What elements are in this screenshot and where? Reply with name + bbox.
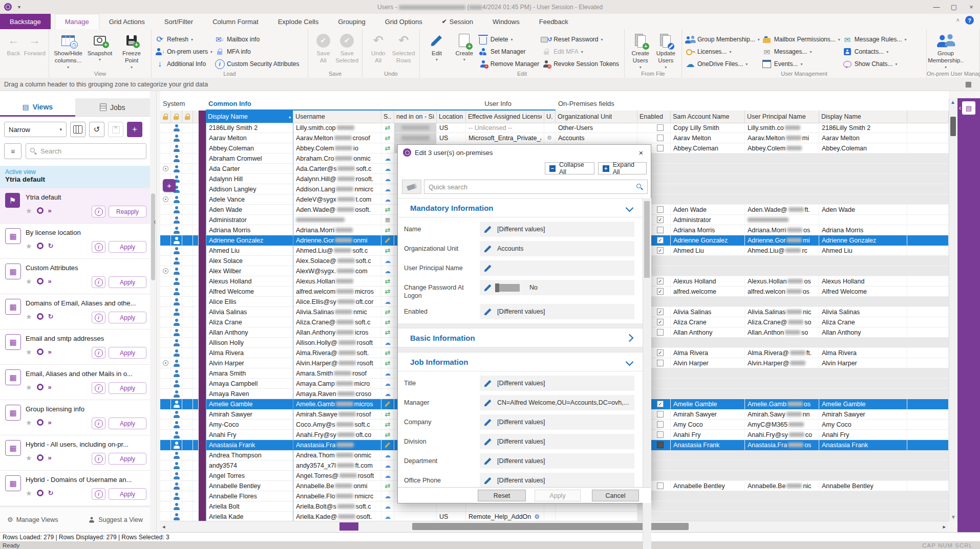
scroll-down-icon[interactable]: ▼ — [951, 514, 956, 520]
view-apply-button[interactable]: Apply — [109, 241, 146, 253]
table-row[interactable]: 2186Lilly Smith 2Lilly.smith.cop⇄US-- Un… — [160, 123, 949, 133]
ribbon-button-edit[interactable]: Edit▾ — [423, 31, 451, 62]
view-info-button[interactable]: i — [92, 382, 105, 394]
column-header-sig[interactable]: ned in on - Sig... — [394, 111, 437, 123]
cancel-button[interactable]: Cancel — [592, 490, 639, 501]
tab-feedback[interactable]: Feedback — [529, 14, 578, 29]
view-card-6[interactable]: ▦Group licensing info★»iApply — [0, 400, 150, 435]
field-value[interactable] — [480, 260, 634, 276]
ribbon-button-selected[interactable]: ↶SelectedRows — [391, 31, 417, 64]
grouping-zone[interactable]: Drag a column header to this grouping zo… — [0, 78, 980, 91]
suggest-view-link[interactable]: Suggest a View — [88, 516, 143, 523]
enabled-checkbox[interactable]: ✓ — [657, 278, 664, 284]
column-header-sam[interactable]: Sam Account Name — [671, 111, 745, 123]
add-view-button[interactable]: + — [127, 122, 142, 137]
view-apply-button[interactable]: Apply — [109, 347, 146, 359]
tab-session[interactable]: ✔Session — [432, 14, 483, 29]
column-header-un[interactable]: Username — [293, 111, 381, 123]
column-header-sync[interactable]: S... — [381, 111, 394, 123]
ribbon-button-save[interactable]: ✔SaveSelected — [335, 31, 359, 64]
view-card-3[interactable]: ▦Domains of Email, Aliases and othe...★↻… — [0, 294, 150, 330]
edit-views-button[interactable] — [70, 122, 86, 137]
sidebar-scrollbar[interactable] — [150, 91, 157, 532]
vertical-scrollbar[interactable]: ▲ ▼ — [949, 98, 957, 521]
ribbon-button-back[interactable]: ←Back — [3, 31, 24, 57]
enabled-checkbox[interactable] — [657, 411, 664, 418]
close-button[interactable]: × — [963, 0, 980, 14]
view-info-button[interactable]: i — [92, 312, 105, 323]
filter-button[interactable]: ≡ — [4, 143, 22, 159]
minimize-button[interactable]: — — [928, 0, 945, 14]
view-apply-button[interactable]: Apply — [109, 312, 146, 323]
ribbon-item-remove-manager[interactable]: ×Remove Manager — [478, 58, 539, 70]
enabled-checkbox[interactable] — [657, 482, 664, 489]
view-info-button[interactable]: i — [92, 276, 105, 288]
enabled-checkbox[interactable] — [657, 431, 664, 438]
enabled-checkbox[interactable]: ✓ — [657, 216, 664, 223]
enabled-checkbox[interactable] — [657, 135, 664, 141]
view-apply-button[interactable]: Apply — [109, 382, 146, 394]
ribbon-button-create[interactable]: +CreateUsers▾ — [628, 31, 653, 70]
ribbon-button-update[interactable]: UpdateUsers▾ — [653, 31, 679, 70]
view-info-button[interactable]: i — [92, 206, 105, 217]
enabled-checkbox[interactable] — [657, 329, 664, 336]
view-card-4[interactable]: ▦Email and smtp addresses★»iApply — [0, 330, 150, 365]
view-apply-button[interactable]: Apply — [109, 488, 146, 500]
ribbon-item-reset-password[interactable]: ↺Reset Password▾ — [541, 33, 619, 46]
section-header[interactable]: Basic Information — [398, 328, 643, 347]
enabled-checkbox[interactable] — [657, 360, 664, 366]
ribbon-item-mailbox-info[interactable]: ✉↓Mailbox info — [215, 33, 299, 46]
sidebar-collapse-icon[interactable]: ‹ — [154, 217, 156, 226]
ribbon-item-group-membership-[interactable]: Group Membership...▾ — [685, 33, 760, 46]
ribbon-item-events-[interactable]: Events...▾ — [762, 58, 840, 70]
view-reapply-button[interactable]: Reapply — [109, 206, 146, 217]
enabled-checkbox[interactable] — [657, 421, 664, 428]
ribbon-item-refresh[interactable]: ⟳Refresh▾ — [155, 33, 212, 46]
ribbon-item-licenses-[interactable]: Licenses...▾ — [685, 46, 760, 58]
grid-settings-icon[interactable]: ▦ — [965, 80, 972, 88]
field-value[interactable]: [Different values] — [480, 434, 634, 449]
view-card-1[interactable]: ▦By license location★↻iApply — [0, 224, 150, 259]
ribbon-item-contacts-[interactable]: Contacts...▾ — [842, 46, 907, 58]
search-input[interactable]: Search — [26, 143, 146, 159]
enabled-checkbox[interactable]: ✓ — [657, 309, 664, 315]
manage-views-link[interactable]: ⚙Manage Views — [7, 516, 58, 523]
column-header-upn[interactable]: User Principal Name — [745, 111, 819, 123]
tab-views[interactable]: ▤Views — [0, 98, 75, 117]
view-card-7[interactable]: ▦Hybrid - All users, including on-pr...★… — [0, 435, 150, 471]
right-side-panel[interactable]: ‹▤ — [957, 98, 980, 532]
ribbon-item-delete[interactable]: Delete▾ — [478, 33, 539, 46]
column-header-s4[interactable] — [193, 111, 199, 123]
column-header-ou[interactable]: Organizational Unit — [556, 111, 637, 123]
save-view-button[interactable] — [108, 122, 123, 137]
field-value[interactable]: [Different values] — [480, 304, 634, 319]
ribbon-button-snapshot[interactable]: +Snapshot▾ — [84, 31, 116, 62]
enabled-checkbox[interactable]: ✓ — [657, 401, 664, 407]
help-icon[interactable]: ? — [965, 16, 974, 25]
collapse-all-button[interactable]: −Collapse All — [545, 162, 594, 174]
tab-backstage[interactable]: Backstage — [0, 14, 51, 29]
view-card-5[interactable]: ▦Email, Aliases and other Mails in o...★… — [0, 365, 150, 400]
panel-expand-icon[interactable]: ‹ — [959, 104, 961, 112]
collapse-ribbon-icon[interactable]: ˄ — [956, 17, 960, 23]
ribbon-item-messages-[interactable]: ✉Messages...▾ — [762, 46, 840, 58]
view-info-button[interactable]: i — [92, 488, 105, 500]
view-info-button[interactable]: i — [92, 453, 105, 465]
density-dropdown[interactable]: Narrow▾ — [4, 122, 67, 137]
ribbon-item-show-chats-[interactable]: Show Chats...▾ — [842, 58, 907, 70]
field-value[interactable]: [Different values] — [480, 376, 634, 391]
table-row[interactable]: Aarav MeltonAarav.Meltoncrosof⇄USMicroso… — [160, 133, 949, 143]
tab-grid-options[interactable]: Grid Options — [375, 14, 432, 29]
scroll-up-icon[interactable]: ▲ — [950, 99, 955, 105]
view-apply-button[interactable]: Apply — [109, 418, 146, 429]
enabled-checkbox[interactable] — [657, 227, 664, 233]
enabled-checkbox[interactable] — [657, 442, 664, 448]
ribbon-button-freeze[interactable]: +FreezePoint▾ — [116, 31, 147, 70]
column-header-s3[interactable] — [182, 111, 193, 123]
enabled-checkbox[interactable]: ✓ — [657, 247, 664, 254]
enabled-checkbox[interactable]: ✓ — [657, 349, 664, 356]
ribbon-button-undo[interactable]: ↶UndoAll — [366, 31, 391, 64]
tab-jobs[interactable]: Jobs — [75, 98, 151, 117]
dialog-close-icon[interactable]: × — [635, 147, 647, 158]
tab-grid-actions[interactable]: Grid Actions — [99, 14, 155, 29]
